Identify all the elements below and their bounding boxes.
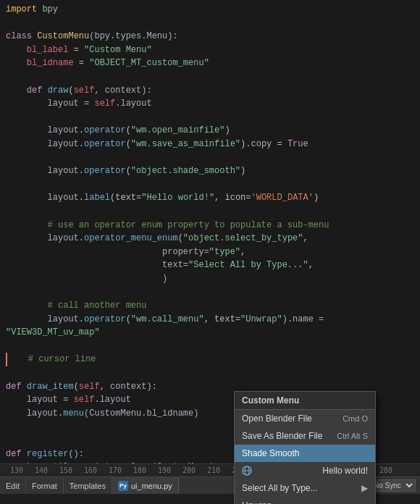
edit-menu-button[interactable]: Edit bbox=[0, 477, 26, 494]
code-line bbox=[6, 111, 414, 125]
code-line: import bpy bbox=[6, 3, 414, 17]
code-line: # use an operator enum property to popul… bbox=[6, 219, 414, 232]
code-line bbox=[6, 17, 414, 30]
ruler-mark: 170 bbox=[103, 466, 127, 474]
code-line: layout.operator_menu_enum("object.select… bbox=[6, 232, 414, 245]
code-line bbox=[6, 151, 414, 165]
menu-item-selecttype-label: Select All by Type... bbox=[242, 483, 318, 493]
ruler-mark: 200 bbox=[177, 466, 201, 474]
code-line: layout.operator("wm.call_menu", text="Un… bbox=[6, 313, 414, 327]
context-menu-title: Custom Menu bbox=[235, 392, 375, 410]
ruler-mark: 140 bbox=[29, 466, 54, 474]
menu-item-unwrap[interactable]: Unwrap bbox=[235, 497, 375, 504]
menu-item-shade-label: Shade Smooth bbox=[242, 448, 299, 458]
menu-item-open-shortcut: Cmd O bbox=[343, 414, 368, 423]
code-line: layout.operator("object.shade_smooth") bbox=[6, 164, 414, 178]
code-line bbox=[6, 205, 414, 219]
globe-icon bbox=[242, 466, 252, 476]
code-line: # call another menu bbox=[6, 299, 414, 313]
ruler-mark: 130 bbox=[4, 466, 29, 474]
code-line: layout.operator("wm.open_mainfile") bbox=[6, 124, 414, 138]
code-line: bl_label = "Custom Menu" bbox=[6, 43, 414, 57]
ruler-mark: 280 bbox=[374, 466, 398, 474]
ruler-mark: 210 bbox=[201, 466, 226, 474]
code-line: text="Select All by Type...", bbox=[6, 259, 414, 272]
templates-menu-button[interactable]: Templates bbox=[64, 477, 112, 494]
format-menu-button[interactable]: Format bbox=[26, 477, 64, 494]
code-line bbox=[6, 340, 414, 353]
menu-item-shade[interactable]: Shade Smooth bbox=[235, 445, 375, 462]
code-line: def draw(self, context): bbox=[6, 84, 414, 98]
menu-item-open[interactable]: Open Blender File Cmd O bbox=[235, 410, 375, 427]
code-line: # cursor line bbox=[6, 353, 414, 366]
python-file-icon: Py bbox=[118, 481, 128, 491]
code-line: ) bbox=[6, 272, 414, 286]
menu-item-save-label: Save As Blender File bbox=[242, 431, 322, 441]
menu-item-hello[interactable]: Hello world! bbox=[235, 462, 375, 479]
file-tab[interactable]: Py ui_menu.py bbox=[112, 477, 179, 494]
ruler-mark: 150 bbox=[54, 466, 78, 474]
context-menu[interactable]: Custom Menu Open Blender File Cmd O Save… bbox=[234, 391, 376, 504]
menu-item-open-label: Open Blender File bbox=[242, 413, 312, 424]
ruler-mark: 160 bbox=[78, 466, 103, 474]
menu-item-save[interactable]: Save As Blender File Ctrl Alt S bbox=[235, 427, 375, 445]
ruler-mark: 180 bbox=[127, 466, 152, 474]
ruler-mark: 190 bbox=[152, 466, 177, 474]
code-line: class CustomMenu(bpy.types.Menu): bbox=[6, 30, 414, 43]
code-line: layout.label(text="Hello world!", icon='… bbox=[6, 191, 414, 205]
code-line bbox=[6, 366, 414, 380]
code-line: layout.operator("wm.save_as_mainfile").c… bbox=[6, 138, 414, 151]
code-line bbox=[6, 285, 414, 299]
code-line: "VIEW3D_MT_uv_map" bbox=[6, 326, 414, 340]
code-line: layout = self.layout bbox=[6, 97, 414, 111]
code-line: property="type", bbox=[6, 245, 414, 259]
code-line bbox=[6, 178, 414, 192]
menu-item-selecttype[interactable]: Select All by Type... ▶ bbox=[235, 479, 375, 497]
menu-item-unwrap-label: Unwrap bbox=[242, 500, 272, 504]
filename-label: ui_menu.py bbox=[131, 482, 172, 490]
submenu-arrow-icon: ▶ bbox=[361, 483, 368, 493]
menu-item-save-shortcut: Ctrl Alt S bbox=[337, 432, 368, 440]
menu-item-hello-label: Hello world! bbox=[322, 466, 368, 476]
code-line: bl_idname = "OBJECT_MT_custom_menu" bbox=[6, 56, 414, 70]
code-line bbox=[6, 70, 414, 84]
